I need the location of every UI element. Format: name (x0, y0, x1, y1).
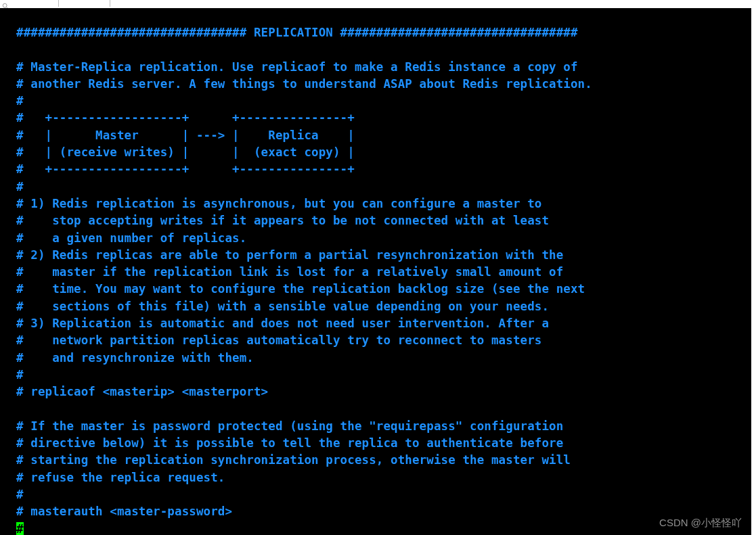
terminal-viewport[interactable]: ################################ REPLICA… (0, 8, 753, 535)
toolbar-divider (110, 0, 110, 7)
svg-point-0 (3, 3, 7, 7)
terminal-cursor: # (16, 522, 24, 535)
config-file-text: ################################ REPLICA… (0, 8, 751, 535)
file-content: ################################ REPLICA… (16, 26, 592, 518)
toolbar-divider (58, 0, 59, 7)
editor-top-bar (0, 0, 756, 8)
search-icon[interactable] (2, 0, 9, 7)
watermark-text: CSDN @小怪怪吖 (659, 517, 742, 530)
